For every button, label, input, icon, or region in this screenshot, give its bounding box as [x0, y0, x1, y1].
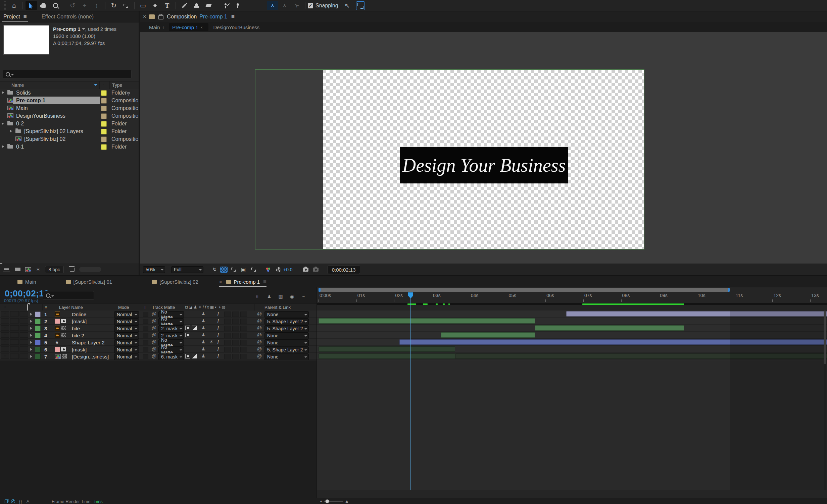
type-tool[interactable]: T	[161, 1, 173, 10]
lock-cell[interactable]	[19, 318, 28, 324]
effects-toggle[interactable]	[224, 312, 231, 317]
effects-toggle[interactable]	[224, 347, 231, 352]
track-matte-select[interactable]: 6. mask	[158, 353, 184, 360]
quality-icon[interactable]: /	[217, 325, 219, 331]
parent-select[interactable]: None	[264, 353, 309, 360]
lock-cell[interactable]	[19, 332, 28, 338]
blend-mode-select[interactable]: Normal	[114, 339, 139, 346]
expand-arrow-icon[interactable]	[10, 130, 12, 132]
lock-cell[interactable]	[19, 311, 28, 317]
close-tab-icon[interactable]: ×	[143, 14, 146, 20]
item-name[interactable]: Solids	[16, 90, 31, 96]
layer-row-bite[interactable]: 3 Ai bite Normal @ 2. mask ♟ / @ 5. Shap…	[0, 325, 317, 332]
color-depth-button[interactable]: 8 bpc	[45, 266, 64, 273]
world-axis-mode[interactable]: Y	[279, 1, 290, 10]
zoom-slider-track[interactable]	[324, 501, 343, 502]
audio-cell[interactable]	[10, 339, 19, 345]
quality-icon[interactable]: /	[217, 318, 219, 324]
visibility-cell[interactable]	[1, 332, 9, 338]
panel-menu-icon[interactable]: ≡	[263, 279, 266, 285]
shy-icon[interactable]: ♟	[201, 353, 205, 358]
column-parent-link[interactable]: Parent & Link	[264, 305, 291, 310]
work-area-end-handle[interactable]	[728, 288, 730, 292]
work-area-bar[interactable]	[319, 288, 730, 292]
puppet-pin-tool[interactable]	[232, 1, 243, 10]
close-tab-icon[interactable]: ×	[219, 279, 222, 285]
parent-select[interactable]: None	[264, 332, 309, 339]
new-folder-icon[interactable]	[15, 268, 20, 271]
scrollbar-thumb[interactable]	[824, 311, 826, 364]
layer-duration-bar[interactable]	[319, 318, 535, 324]
effects-toggle[interactable]	[224, 333, 231, 338]
preserve-transparency-toggle[interactable]	[143, 347, 148, 352]
local-axis-mode[interactable]: Y	[267, 1, 278, 10]
label-chip[interactable]	[35, 340, 41, 345]
timeline-tab-main[interactable]: Main	[15, 276, 36, 287]
label-chip[interactable]	[101, 136, 107, 142]
column-preserve-transparency[interactable]: T	[144, 305, 146, 310]
project-search-input[interactable]	[3, 70, 132, 78]
lock-icon[interactable]	[158, 15, 163, 19]
parent-pickwhip-icon[interactable]: @	[257, 311, 262, 317]
3d-toggle[interactable]	[240, 333, 247, 338]
breadcrumb-main[interactable]: Main	[149, 24, 160, 30]
exposure-value[interactable]: +0.0	[283, 267, 293, 272]
label-chip[interactable]	[101, 113, 107, 119]
layer-row-mask-6[interactable]: 6 [mask] Normal @ No Matte ♟ / @ 5. Shap…	[0, 346, 317, 353]
timeline-search-input[interactable]	[43, 291, 94, 300]
layer-row-online[interactable]: 1 Ai Online Normal @ No Matte ♟ / @ None	[0, 311, 317, 318]
rectangle-tool[interactable]: ▭	[137, 1, 149, 10]
blend-mode-select[interactable]: Normal	[114, 353, 139, 360]
audio-cell[interactable]	[10, 332, 19, 338]
visibility-cell[interactable]	[1, 325, 9, 331]
column-number[interactable]: #	[45, 305, 47, 310]
label-chip[interactable]	[35, 354, 41, 359]
expand-arrow-icon[interactable]	[2, 91, 4, 94]
visibility-cell[interactable]	[1, 318, 9, 324]
item-name[interactable]: 0-1	[16, 144, 24, 150]
item-name[interactable]: Pre-comp 1	[16, 98, 45, 104]
track-matte-select[interactable]: No Matte	[158, 318, 184, 325]
draft-status-icon[interactable]: ♙	[24, 499, 32, 504]
motion-blur-toggle[interactable]	[232, 319, 239, 324]
column-layer-name[interactable]: Layer Name	[59, 305, 83, 310]
visibility-cell[interactable]	[1, 346, 9, 352]
item-name[interactable]: 0-2	[16, 121, 24, 127]
hand-tool[interactable]	[38, 1, 49, 10]
frame-blending-icon[interactable]: ▥	[276, 292, 285, 300]
audio-cell[interactable]	[10, 346, 19, 352]
layer-name[interactable]: bite	[72, 326, 111, 331]
layer-name[interactable]: [mask]	[72, 347, 111, 352]
project-settings-icon[interactable]: ✶	[36, 267, 40, 273]
shy-icon[interactable]: ♟	[201, 346, 205, 351]
quality-icon[interactable]: /	[217, 339, 219, 345]
visibility-cell[interactable]	[1, 311, 9, 317]
take-snapshot-icon[interactable]	[301, 266, 310, 273]
active-comp-name[interactable]: Pre-comp 1	[199, 14, 227, 20]
effects-toggle[interactable]	[224, 340, 231, 345]
tab-effect-controls[interactable]: Effect Controls (none)	[38, 11, 97, 22]
layer-row-mask-2[interactable]: 2 [mask] Normal @ No Matte ♟ / @ 5. Shap…	[0, 318, 317, 325]
shy-icon[interactable]: ♟	[201, 318, 205, 323]
parent-pickwhip-icon[interactable]: @	[257, 339, 262, 345]
breadcrumb-current[interactable]: Pre-comp 1 ‹	[169, 23, 208, 31]
panel-menu-icon[interactable]: ≡	[23, 13, 27, 20]
audio-cell[interactable]	[10, 311, 19, 317]
blend-mode-select[interactable]: Normal	[114, 332, 139, 339]
view-axis-mode[interactable]: Y	[291, 1, 302, 10]
rotation-tool[interactable]: ↻	[108, 1, 119, 10]
motion-blur-toggle[interactable]	[232, 347, 239, 352]
work-area-start-handle[interactable]	[319, 288, 321, 292]
viewer-timecode[interactable]: 0;00;02;13	[328, 266, 360, 274]
timeline-vertical-scrollbar[interactable]	[824, 311, 826, 490]
eraser-tool[interactable]	[203, 1, 214, 10]
layer-duration-bar[interactable]	[319, 353, 455, 359]
track-matte-select[interactable]: No Matte	[158, 346, 184, 353]
motion-blur-toggle[interactable]	[232, 326, 239, 331]
parent-select[interactable]: 5. Shape Layer 2	[264, 346, 309, 353]
hide-shy-layers-icon[interactable]: ♟	[264, 292, 274, 300]
label-chip[interactable]	[35, 333, 41, 338]
expand-arrow-icon[interactable]	[30, 355, 32, 358]
lock-cell[interactable]	[19, 339, 28, 345]
motion-blur-toggle[interactable]	[232, 312, 239, 317]
